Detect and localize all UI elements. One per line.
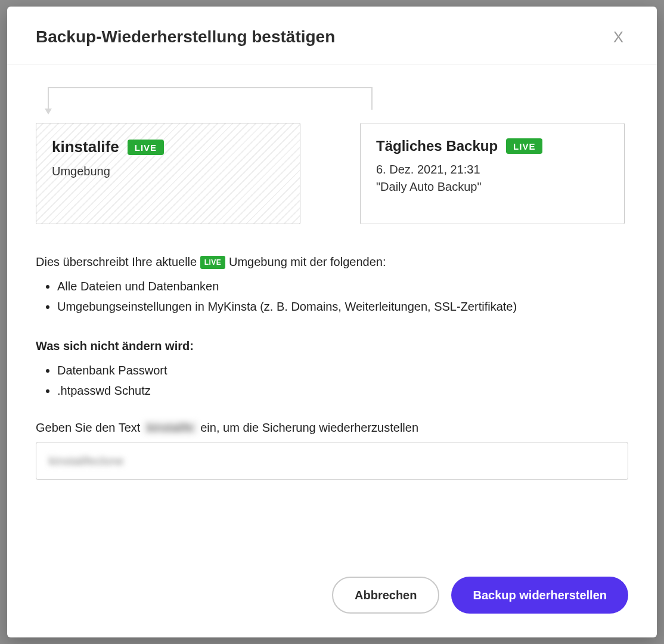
overwrite-suffix: Umgebung mit der folgenden: [229,255,386,268]
backup-note: "Daily Auto Backup" [376,180,609,194]
target-env-subtitle: Umgebung [52,165,284,178]
modal-body: kinstalife LIVE Umgebung Tägliches Backu… [7,64,657,558]
cancel-button[interactable]: Abbrechen [332,577,439,614]
list-item: .htpasswd Schutz [57,380,628,401]
confirm-instruction: Geben Sie den Text kinstalife ein, um di… [36,421,628,435]
target-environment-card: kinstalife LIVE Umgebung [36,123,300,224]
live-badge-inline: LIVE [200,256,226,269]
modal-header: Backup-Wiederherstellung bestätigen X [7,7,657,64]
modal-footer: Abbrechen Backup widerherstellen [7,558,657,637]
overwrite-list: Alle Dateien und Datenbanken Umgebungsei… [36,276,628,317]
env-backup-cards: kinstalife LIVE Umgebung Tägliches Backu… [36,123,628,224]
target-env-name: kinstalife [52,138,119,156]
overwrite-prefix: Dies überschreibt Ihre aktuelle [36,255,197,268]
backup-title: Tägliches Backup [376,138,498,154]
confirm-prefix: Geben Sie den Text [36,421,140,434]
list-item: Datenbank Passwort [57,360,628,380]
confirm-suffix: ein, um die Sicherung wiederherzustellen [200,421,418,434]
arrow-down-icon [45,109,52,114]
close-icon[interactable]: X [609,27,628,47]
live-badge: LIVE [128,140,164,155]
list-item: Umgebungseinstellungen in MyKinsta (z. B… [57,296,628,317]
modal-title: Backup-Wiederherstellung bestätigen [36,27,335,47]
backup-timestamp: 6. Dez. 2021, 21:31 [376,163,609,177]
backup-source-card: Tägliches Backup LIVE 6. Dez. 2021, 21:3… [360,123,625,224]
flow-arrow [48,87,628,123]
unchanged-list: Datenbank Passwort .htpasswd Schutz [36,360,628,401]
live-badge: LIVE [506,138,542,154]
unchanged-heading: Was sich nicht ändern wird: [36,337,628,355]
overwrite-heading: Dies überschreibt Ihre aktuelle LIVE Umg… [36,253,628,271]
confirm-required-text: kinstalife [144,421,197,435]
restore-backup-button[interactable]: Backup widerherstellen [451,577,628,614]
list-item: Alle Dateien und Datenbanken [57,276,628,296]
confirm-text-input[interactable] [36,442,628,480]
confirm-restore-modal: Backup-Wiederherstellung bestätigen X ki… [7,7,657,637]
